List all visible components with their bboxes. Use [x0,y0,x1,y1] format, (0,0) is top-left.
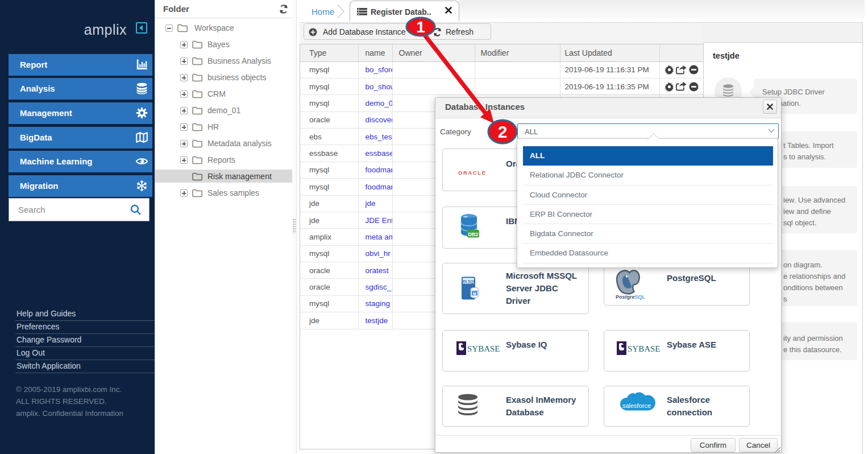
svg-text:1: 1 [416,18,425,36]
svg-text:2: 2 [498,122,508,141]
